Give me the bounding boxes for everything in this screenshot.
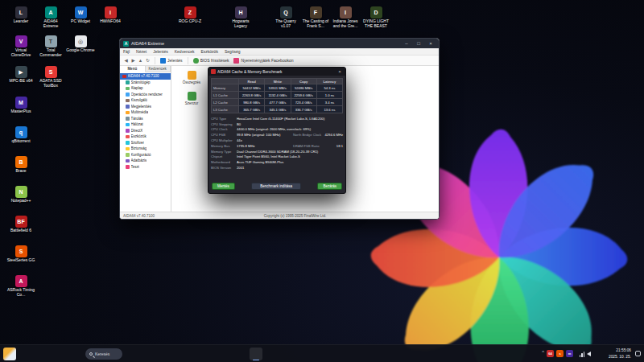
bezárás-button[interactable]: Bezárás: [317, 183, 342, 190]
back-icon[interactable]: ◀: [122, 58, 130, 63]
tree-item-számítógép[interactable]: Számítógép: [120, 80, 171, 86]
tree-item-directx[interactable]: DirectX: [120, 128, 171, 134]
desktop-icon-indiana-jones-and-the-gre[interactable]: IIndiana Jones and the Gre...: [331, 6, 360, 29]
tree-item-multimédia[interactable]: Multimédia: [120, 109, 171, 116]
hidden-icons-chevron[interactable]: ^: [542, 350, 544, 355]
search-label: Keresés: [95, 352, 109, 356]
desktop-icon-google-chrome[interactable]: ◎Google Chrome: [66, 35, 95, 53]
forward-icon[interactable]: ▶: [130, 58, 137, 63]
benchmark-row-l3-cache: L3 Cache365.7 GB/s345.1 GB/s336.7 GB/s13…: [212, 106, 343, 113]
bios-chip-icon: [193, 58, 199, 64]
menu-item-nézet[interactable]: Nézet: [133, 48, 150, 56]
toolbar-separator: [155, 57, 155, 64]
maximize-button[interactable]: □: [414, 39, 423, 48]
report-button[interactable]: Jelentés: [159, 58, 184, 64]
desktop-icon-battlefield-6[interactable]: BFBattlefield 6: [6, 216, 35, 233]
desktop-icon-the-casting-of-frank-s[interactable]: FThe Casting of Frank S...: [301, 6, 330, 29]
tree-item-alaplap[interactable]: Alaplap: [120, 85, 171, 92]
menu-item-kedvencek[interactable]: Kedvencek: [171, 48, 198, 56]
desktop-icon-brave[interactable]: BBrave: [6, 156, 35, 174]
desktop-icon-label: ADATA SSD ToolBox: [36, 79, 65, 88]
tree-item-eszközök[interactable]: Eszközök: [120, 134, 171, 140]
tree-item-operációs-rendszer[interactable]: Operációs rendszer: [120, 92, 171, 98]
category-icon: [126, 105, 130, 109]
tray-steelseries-tray[interactable]: s: [556, 350, 564, 357]
tree-item-konfiguráció[interactable]: Konfiguráció: [120, 152, 171, 158]
taskbar-icon-file-explorer[interactable]: [142, 348, 155, 360]
column-header: Latency: [316, 79, 342, 84]
tree-item-teszt[interactable]: Teszt: [120, 164, 171, 171]
info-label: CPU Type: [211, 117, 237, 121]
benchmark-indítása-button[interactable]: Benchmark indítása: [251, 183, 301, 190]
taskbar-icon-steam[interactable]: [204, 348, 217, 360]
desktop-icon-qbittorrent[interactable]: qqBittorrent: [6, 126, 35, 144]
tree-tab-kedvencek[interactable]: Kedvencek: [146, 66, 171, 72]
mentés-button[interactable]: Mentés: [212, 183, 235, 190]
tree-item-label: Szoftver: [131, 141, 145, 145]
taskbar-clock[interactable]: 21:55:06 2025. 10. 25.: [609, 348, 631, 360]
tree-item-root[interactable]: AIDA64 v7.40.7100: [120, 73, 171, 80]
tree-item-kiszolgáló[interactable]: Kiszolgáló: [120, 97, 171, 104]
taskbar-icon-aida64[interactable]: [250, 348, 262, 360]
volume-icon[interactable]: [587, 352, 591, 356]
minimize-button[interactable]: –: [402, 39, 411, 48]
taskbar-icon-task-view[interactable]: [127, 348, 140, 360]
taskbar-icon-brave[interactable]: [188, 348, 201, 360]
taskbar-icon-edge[interactable]: [158, 348, 171, 360]
tree-list: AIDA64 v7.40.7100SzámítógépAlaplapOperác…: [120, 72, 171, 212]
content-icon-szenzor[interactable]: Szenzor: [178, 92, 205, 105]
taskbar-icon-discord[interactable]: [219, 348, 232, 360]
start-button[interactable]: [69, 348, 82, 360]
desktop-icon-mpc-be-x64[interactable]: ▶MPC-BE x64: [6, 66, 35, 84]
close-button[interactable]: ×: [426, 39, 436, 48]
widgets-icon[interactable]: [3, 348, 16, 360]
desktop-icon-virtual-clonedrive[interactable]: VVirtual CloneDrive: [6, 35, 35, 58]
app-icon: I: [340, 6, 352, 19]
info-value: 2001: [237, 166, 343, 170]
cell-read: 2263.8 GB/s: [239, 92, 265, 99]
dialog-titlebar[interactable]: AIDA64 Cache & Memory Benchmark ×: [208, 68, 345, 76]
tree-item-hálózat[interactable]: Hálózat: [120, 121, 171, 128]
taskbar-icon-chrome[interactable]: [173, 348, 186, 360]
desktop-icon-the-quarry-v1-07[interactable]: QThe Quarry v1.07: [271, 6, 300, 29]
tray-masterplus-tray[interactable]: m: [566, 350, 573, 357]
menu-item-segítség[interactable]: Segítség: [221, 48, 244, 56]
up-icon[interactable]: ▲: [137, 58, 144, 63]
menu-item-fájl[interactable]: Fájl: [120, 48, 133, 56]
desktop-icon-hwinfo64[interactable]: iHWiNFO64: [96, 6, 125, 24]
tray-aida64-tray[interactable]: 64: [547, 350, 554, 357]
tree-item-szoftver[interactable]: Szoftver: [120, 140, 171, 146]
dialog-close-button[interactable]: ×: [336, 69, 343, 74]
taskbar-icon-epic-games[interactable]: [234, 348, 247, 360]
window-titlebar[interactable]: A AIDA64 Extreme – □ ×: [120, 39, 439, 48]
desktop-icon-total-commander[interactable]: TTotal Commander: [36, 35, 65, 58]
tree-item-biztonság[interactable]: Biztonság: [120, 146, 171, 152]
network-icon[interactable]: [580, 352, 585, 357]
menu-item-jelentés[interactable]: Jelentés: [150, 48, 171, 56]
menu-item-eszközök[interactable]: Eszközök: [198, 48, 221, 56]
notification-icon[interactable]: [635, 351, 641, 356]
desktop-icon-dying-light-the-beast[interactable]: DDYING LIGHT THE BEAST: [361, 6, 390, 29]
content-icon-összegzés[interactable]: Összegzés: [178, 71, 205, 84]
desktop-icon-adata-ssd-toolbox[interactable]: SADATA SSD ToolBox: [36, 66, 65, 88]
tree-item-tárolás[interactable]: Tárolás: [120, 116, 171, 122]
desktop-icon-hogwarts-legacy[interactable]: HHogwarts Legacy: [226, 6, 255, 29]
desktop-icon-masterplus[interactable]: MMasterPlus: [6, 97, 35, 114]
desktop-icon-steelseries-gg[interactable]: SSteelSeries GG: [6, 245, 35, 263]
desktop-icon-rog-cpu-z[interactable]: ZROG CPU-Z: [175, 6, 204, 24]
tree-item-megjelenítés[interactable]: Megjelenítés: [120, 104, 171, 110]
desktop-icon-asrock-timing-co[interactable]: AASRock Timing Co...: [6, 275, 35, 298]
taskbar-icon-hwinfo64[interactable]: [265, 348, 278, 360]
info-value: 1795.8 MHz: [237, 144, 293, 148]
search-box[interactable]: Keresés: [85, 348, 122, 360]
desktop-icon-pc-widget[interactable]: WPC Widget: [66, 6, 95, 24]
tree-tab-menü[interactable]: Menü: [120, 66, 146, 72]
desktop-icon-notepad[interactable]: NNotepad++: [6, 186, 35, 204]
refresh-icon[interactable]: ↻: [144, 58, 151, 63]
desktop-icon-leander[interactable]: LLeander: [6, 6, 35, 24]
giveaway-button[interactable]: Nyereményjáték Facebookon: [232, 58, 295, 64]
bios-updates-button[interactable]: BIOS frissítések: [192, 58, 231, 64]
cell-latency: 3.4 ns: [316, 99, 342, 106]
desktop-icon-aida64-extreme[interactable]: AAIDA64 Extreme: [36, 6, 65, 29]
tree-item-adatbázis[interactable]: Adatbázis: [120, 158, 171, 164]
